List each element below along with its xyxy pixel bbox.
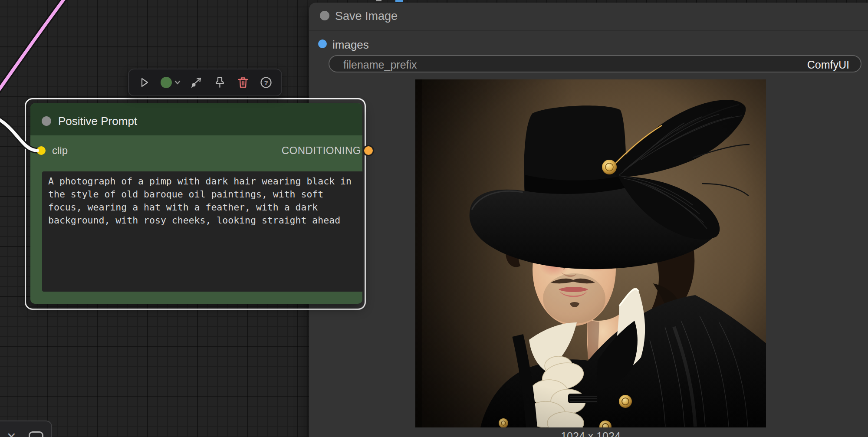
comfyui-workspace: Save Image images filename_prefix ComfyU… [0, 0, 868, 437]
bypass-node-button[interactable] [187, 73, 206, 92]
trash-icon [237, 76, 250, 89]
pin-icon [213, 76, 226, 89]
widget-value: ComfyUI [807, 59, 849, 71]
delete-node-button[interactable] [233, 73, 253, 92]
help-icon: ? [260, 76, 273, 89]
clip-input-label: clip [52, 145, 68, 157]
node-toolbar: ? [128, 69, 282, 96]
box-icon[interactable] [29, 431, 43, 437]
run-node-button[interactable] [135, 73, 154, 92]
save-image-node[interactable]: Save Image images filename_prefix ComfyU… [309, 3, 868, 437]
help-button[interactable]: ? [256, 73, 276, 92]
widget-label: filename_prefix [343, 59, 417, 71]
prompt-text-input[interactable]: A photograph of a pimp with dark hair we… [42, 171, 363, 292]
filename-prefix-widget[interactable]: filename_prefix ComfyUI [329, 55, 861, 72]
node-status-dot [320, 11, 329, 20]
conditioning-output-label: CONDITIONING [282, 145, 361, 157]
top-edge-slot-fragment [376, 0, 381, 1]
node-title: Positive Prompt [58, 115, 137, 128]
conditioning-output-slot-dot[interactable] [363, 145, 374, 156]
node-status-dot [42, 116, 51, 126]
node-color-icon [159, 76, 181, 89]
canvas-overlay-panel: ✕ [0, 421, 52, 437]
images-input-label: images [332, 38, 369, 52]
node-header[interactable]: Positive Prompt [30, 103, 362, 135]
clip-input-slot-dot[interactable] [37, 146, 46, 155]
svg-text:?: ? [264, 79, 268, 86]
bypass-icon [190, 76, 203, 89]
chevron-down-icon [175, 81, 180, 84]
preview-image[interactable] [415, 79, 766, 427]
run-node-icon [138, 76, 151, 89]
top-edge-wire-fragment [395, 0, 403, 2]
positive-prompt-node[interactable]: Positive Prompt clip CONDITIONING A phot… [30, 103, 362, 304]
node-title: Save Image [335, 10, 398, 23]
images-input-slot-dot[interactable] [318, 39, 327, 48]
node-color-button[interactable] [158, 73, 183, 92]
pin-node-button[interactable] [210, 73, 229, 92]
header-divider [309, 30, 868, 31]
close-icon[interactable]: ✕ [7, 430, 16, 437]
image-size-caption: 1024 x 1024 [415, 430, 766, 437]
